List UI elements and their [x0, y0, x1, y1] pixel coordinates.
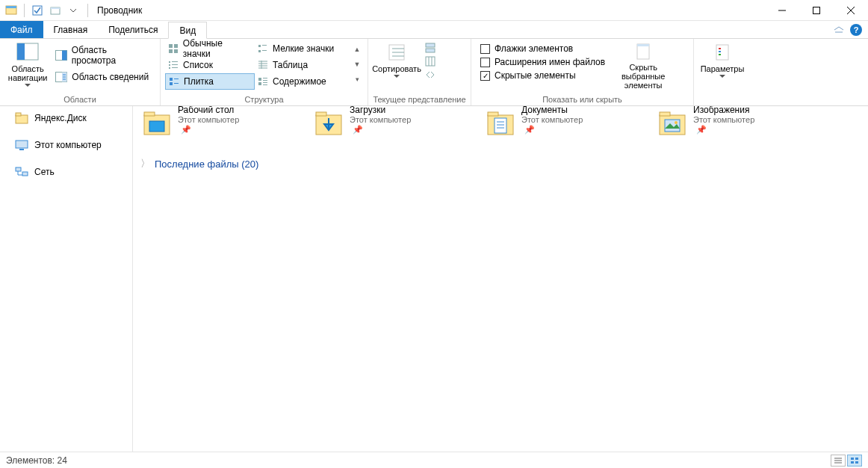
status-tiles-view-button[interactable]	[847, 455, 862, 467]
quick-customize-button[interactable]	[65, 2, 81, 19]
svg-rect-91	[851, 461, 854, 464]
svg-rect-28	[172, 61, 178, 62]
recent-files-section[interactable]: 〉 Последние файлы (20)	[140, 157, 861, 170]
recent-files-label: Последние файлы (20)	[155, 158, 258, 170]
pin-icon: 📌	[524, 125, 535, 134]
tile-documents[interactable]: Документы Этот компьютер 📌	[484, 106, 648, 139]
quick-new-folder-button[interactable]	[47, 2, 63, 19]
svg-point-85	[675, 121, 678, 124]
tab-view[interactable]: Вид	[168, 22, 207, 39]
layout-scroll-up[interactable]: ▲	[353, 42, 362, 57]
view-small-icons[interactable]: Мелкие значки	[255, 40, 344, 57]
minimize-ribbon-button[interactable]	[834, 26, 844, 34]
svg-rect-22	[174, 49, 178, 53]
navigation-pane-label: Область навигации	[7, 64, 48, 82]
svg-rect-64	[16, 113, 21, 116]
svg-rect-63	[16, 115, 28, 123]
view-details[interactable]: Таблица	[255, 57, 344, 73]
sidebar-item-label: Этот компьютер	[34, 140, 102, 150]
sort-button[interactable]: Сортировать	[373, 40, 421, 80]
tile-desktop[interactable]: Рабочий стол Этот компьютер 📌	[140, 106, 305, 139]
view-regular-icons[interactable]: Обычные значки	[165, 40, 255, 57]
title-bar: Проводник	[0, 0, 868, 21]
add-columns-button[interactable]	[424, 55, 437, 67]
svg-rect-75	[316, 112, 326, 116]
item-checkboxes-toggle[interactable]: Флажки элементов	[480, 43, 605, 54]
hide-selected-button[interactable]: Скрыть выбранные элементы	[610, 40, 677, 91]
svg-rect-13	[62, 51, 66, 61]
svg-rect-89	[851, 458, 854, 460]
svg-rect-25	[258, 50, 261, 52]
svg-rect-73	[149, 121, 164, 132]
group-by-button[interactable]	[424, 42, 437, 54]
window-title: Проводник	[91, 5, 148, 16]
view-list[interactable]: Список	[165, 57, 255, 73]
svg-rect-62	[719, 54, 721, 55]
svg-rect-44	[263, 80, 267, 81]
sidebar-item-network[interactable]: Сеть	[0, 163, 132, 181]
navigation-sidebar: Яндекс.Диск Этот компьютер Сеть	[0, 106, 133, 452]
ribbon-tabs: Файл Главная Поделиться Вид ?	[0, 21, 868, 39]
svg-rect-53	[426, 49, 435, 52]
status-details-view-button[interactable]	[831, 455, 846, 467]
svg-rect-47	[263, 84, 267, 85]
view-tiles[interactable]: Плитка	[165, 73, 255, 90]
sidebar-item-label: Сеть	[34, 167, 55, 177]
svg-rect-92	[855, 461, 858, 464]
size-columns-button[interactable]	[424, 69, 437, 81]
checkbox-icon	[480, 58, 490, 67]
file-view[interactable]: Рабочий стол Этот компьютер 📌 Загрузки Э…	[133, 106, 868, 452]
svg-rect-72	[144, 112, 155, 116]
app-icon	[3, 2, 19, 19]
close-button[interactable]	[834, 0, 868, 21]
quick-properties-button[interactable]	[29, 2, 46, 19]
svg-rect-54	[426, 57, 435, 66]
svg-rect-41	[174, 83, 179, 84]
svg-rect-39	[174, 78, 179, 79]
tab-file[interactable]: Файл	[0, 21, 43, 38]
sidebar-item-this-pc[interactable]: Этот компьютер	[0, 136, 132, 154]
tab-home[interactable]: Главная	[43, 21, 99, 38]
svg-rect-45	[258, 82, 261, 85]
status-count-value: 24	[58, 455, 67, 466]
view-content[interactable]: Содержимое	[255, 73, 344, 90]
svg-rect-77	[488, 112, 498, 116]
svg-rect-66	[19, 149, 24, 150]
tile-downloads[interactable]: Загрузки Этот компьютер 📌	[312, 106, 477, 139]
svg-rect-4	[51, 7, 60, 9]
ribbon: Область навигации Область просмотра Обла…	[0, 39, 868, 106]
layout-scroll-down[interactable]: ▼	[353, 57, 362, 72]
navigation-pane-button[interactable]: Область навигации	[4, 40, 51, 89]
tile-name: Рабочий стол	[178, 106, 239, 115]
svg-rect-27	[169, 61, 170, 63]
svg-rect-2	[33, 6, 42, 15]
svg-rect-43	[263, 78, 267, 78]
preview-pane-button[interactable]: Область просмотра	[52, 43, 154, 67]
svg-rect-78	[495, 118, 506, 133]
svg-rect-60	[719, 48, 721, 49]
layout-more-button[interactable]: ▾	[353, 72, 362, 87]
tab-share[interactable]: Поделиться	[98, 21, 168, 38]
svg-rect-20	[174, 44, 178, 48]
details-pane-button[interactable]: Область сведений	[52, 70, 154, 84]
maximize-button[interactable]	[799, 0, 834, 21]
tile-name: Изображения	[693, 106, 754, 115]
file-extensions-toggle[interactable]: Расширения имен файлов	[480, 57, 605, 67]
tile-location: Этот компьютер	[178, 115, 239, 124]
hidden-items-toggle[interactable]: ✓ Скрытые элементы	[480, 70, 605, 81]
help-button[interactable]: ?	[850, 24, 862, 36]
svg-rect-11	[17, 43, 25, 60]
pin-icon: 📌	[353, 125, 363, 134]
options-button[interactable]: Параметры	[698, 40, 746, 80]
chevron-right-icon: 〉	[140, 157, 150, 170]
svg-rect-30	[172, 64, 178, 65]
group-currentview-label: Текущее представление	[368, 95, 471, 105]
sidebar-item-label: Яндекс.Диск	[34, 113, 87, 123]
status-bar: Элементов: 24	[0, 452, 868, 468]
minimize-button[interactable]	[765, 0, 799, 21]
sidebar-item-yandex-disk[interactable]: Яндекс.Диск	[0, 109, 132, 127]
tile-pictures[interactable]: Изображения Этот компьютер 📌	[656, 106, 820, 139]
svg-rect-65	[16, 141, 28, 148]
tile-location: Этот компьютер	[350, 115, 411, 124]
svg-rect-1	[6, 6, 16, 8]
